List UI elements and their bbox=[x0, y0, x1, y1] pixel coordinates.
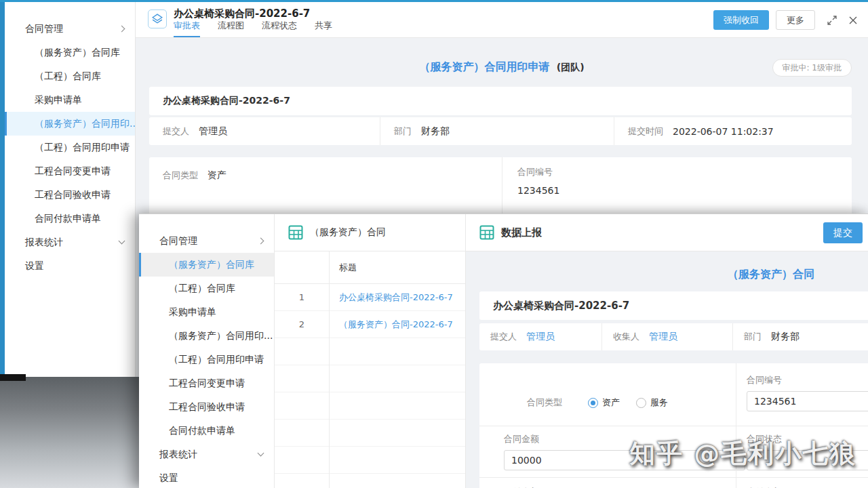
more-button[interactable]: 更多 bbox=[776, 10, 815, 30]
contract-no-input[interactable] bbox=[747, 391, 868, 411]
detail-dept-label: 部门 bbox=[744, 331, 762, 343]
detail-collector-cell: 收集人 管理员 bbox=[601, 323, 732, 350]
close-icon bbox=[849, 16, 857, 24]
row-index: 2 bbox=[275, 319, 329, 329]
submit-time-cell: 提交时间 2022-06-07 11:02:37 bbox=[614, 117, 852, 145]
ov-sidebar-item-report-statistics[interactable]: 报表统计 bbox=[139, 443, 274, 466]
main-sidebar: 合同管理 （服务资产）合同库 （工程）合同库 采购申请单 （服务资产）合同用印.… bbox=[5, 2, 136, 377]
data-report-header: 数据上报 提交 bbox=[466, 214, 868, 251]
data-report-title: 数据上报 bbox=[501, 226, 542, 239]
paid-amount-field: 已付金额 bbox=[479, 478, 736, 488]
row-index: 1 bbox=[275, 292, 329, 302]
detail-collector-link[interactable]: 管理员 bbox=[649, 331, 677, 343]
contract-link[interactable]: （服务资产）合同-2022-6-7 bbox=[329, 319, 453, 331]
unpaid-amount-field: 未付金额 bbox=[736, 478, 868, 488]
tab-approval-form[interactable]: 审批表 bbox=[174, 20, 200, 37]
ov-sidebar-item-engineering-contract-change[interactable]: 工程合同变更申请 bbox=[139, 371, 274, 395]
data-report-panel: 数据上报 提交 （服务资产）合同 办公桌椅采购合同-2022-6-7 提交人 管… bbox=[466, 214, 868, 488]
contract-table: 标题 1 办公桌椅采购合同-2022-6-7 2 （服务资产）合同-2022-6… bbox=[275, 251, 465, 488]
detail-dept-cell: 部门 财务部 bbox=[732, 323, 868, 350]
ov-sidebar-item-service-asset-contract-seal[interactable]: （服务资产）合同用印... bbox=[139, 324, 274, 348]
window-accent-line bbox=[0, 0, 868, 2]
tab-share[interactable]: 共享 bbox=[315, 20, 332, 37]
table-column-divider bbox=[329, 251, 330, 488]
tab-flow-status[interactable]: 流程状态 bbox=[262, 20, 297, 37]
sidebar-item-service-asset-contract-library[interactable]: （服务资产）合同库 bbox=[5, 41, 135, 64]
sidebar-item-label: 报表统计 bbox=[25, 237, 63, 249]
detail-info-row: 提交人 管理员 收集人 管理员 部门 财务部 bbox=[479, 323, 868, 350]
force-recall-button[interactable]: 强制收回 bbox=[713, 10, 769, 30]
fullscreen-button[interactable] bbox=[827, 16, 837, 25]
submit-info-row: 提交人 管理员 部门 财务部 提交时间 2022-06-07 11:02:37 bbox=[149, 117, 852, 145]
close-button[interactable] bbox=[849, 16, 857, 24]
desktop-black-bar bbox=[0, 374, 26, 381]
submit-time-value: 2022-06-07 11:02:37 bbox=[673, 126, 774, 137]
sidebar-item-engineering-contract-seal[interactable]: （工程）合同用印申请 bbox=[5, 136, 135, 159]
ov-sidebar-item-engineering-contract-library[interactable]: （工程）合同库 bbox=[139, 277, 274, 300]
ov-sidebar-item-engineering-contract-seal[interactable]: （工程）合同用印申请 bbox=[139, 348, 274, 371]
ov-sidebar-item-engineering-contract-acceptance[interactable]: 工程合同验收申请 bbox=[139, 395, 274, 419]
ov-sidebar-item-purchase-request[interactable]: 采购申请单 bbox=[139, 300, 274, 324]
contract-no-label: 合同编号 bbox=[517, 166, 852, 178]
table-row-empty bbox=[275, 447, 465, 474]
contract-no-value: 1234561 bbox=[517, 185, 852, 196]
table-row-empty bbox=[275, 338, 465, 365]
window-title: 办公桌椅采购合同-2022-6-7 bbox=[174, 7, 310, 20]
submitter-value: 管理员 bbox=[199, 125, 227, 138]
contract-amount-input[interactable] bbox=[504, 450, 745, 470]
contract-link[interactable]: 办公桌椅采购合同-2022-6-7 bbox=[329, 291, 453, 304]
table-header-row: 标题 bbox=[275, 251, 465, 284]
overlay-sidebar: 合同管理 （服务资产）合同库 （工程）合同库 采购申请单 （服务资产）合同用印.… bbox=[139, 214, 275, 488]
chevron-right-icon bbox=[258, 238, 264, 245]
detail-submitter-cell: 提交人 管理员 bbox=[479, 323, 601, 350]
tab-flow-chart[interactable]: 流程图 bbox=[218, 20, 244, 37]
radio-asset-label: 资产 bbox=[602, 396, 620, 409]
sidebar-item-engineering-contract-change[interactable]: 工程合同变更申请 bbox=[5, 159, 135, 183]
radio-service[interactable]: 服务 bbox=[636, 396, 668, 409]
submitter-label: 提交人 bbox=[163, 125, 189, 138]
desktop-shadow-area bbox=[0, 377, 139, 488]
contract-status-label: 合同状态 bbox=[747, 433, 868, 445]
submit-button[interactable]: 提交 bbox=[823, 222, 863, 243]
chevron-right-icon bbox=[119, 26, 125, 33]
detail-page-title: （服务资产）合同 bbox=[466, 268, 868, 282]
contract-amount-field: 合同金额 bbox=[479, 426, 736, 477]
data-report-body: （服务资产）合同 办公桌椅采购合同-2022-6-7 提交人 管理员 收集人 管… bbox=[466, 251, 868, 488]
list-panel-header: （服务资产）合同 bbox=[275, 214, 465, 251]
sidebar-item-contract-management[interactable]: 合同管理 bbox=[5, 17, 135, 41]
approval-status-badge: 审批中: 1级审批 bbox=[772, 59, 852, 77]
dept-value: 财务部 bbox=[421, 125, 450, 138]
ov-sidebar-item-service-asset-contract-library[interactable]: （服务资产）合同库 bbox=[139, 253, 274, 277]
dept-label: 部门 bbox=[394, 125, 412, 138]
table-row-empty bbox=[275, 365, 465, 392]
detail-form-card: 合同类型 资产 服务 合同编号 bbox=[479, 363, 868, 488]
detail-submitter-link[interactable]: 管理员 bbox=[526, 331, 555, 343]
sidebar-item-service-asset-contract-seal[interactable]: （服务资产）合同用印... bbox=[5, 112, 135, 136]
chevron-down-icon bbox=[258, 450, 264, 457]
contract-no-label: 合同编号 bbox=[747, 374, 868, 386]
ov-sidebar-item-contract-payment-request[interactable]: 合同付款申请单 bbox=[139, 419, 274, 443]
sidebar-item-purchase-request[interactable]: 采购申请单 bbox=[5, 88, 135, 112]
sidebar-item-settings[interactable]: 设置 bbox=[5, 254, 135, 278]
radio-asset[interactable]: 资产 bbox=[588, 396, 620, 409]
approval-page-title-suffix: (团队) bbox=[557, 62, 585, 73]
table-row[interactable]: 1 办公桌椅采购合同-2022-6-7 bbox=[275, 284, 465, 311]
table-row[interactable]: 2 （服务资产）合同-2022-6-7 bbox=[275, 311, 465, 338]
left-edge-strip bbox=[0, 0, 5, 374]
sidebar-item-report-statistics[interactable]: 报表统计 bbox=[5, 230, 135, 254]
ov-sidebar-item-settings[interactable]: 设置 bbox=[139, 466, 274, 488]
contract-list-panel: （服务资产）合同 标题 1 办公桌椅采购合同-2022-6-7 2 （服务资产）… bbox=[275, 214, 466, 488]
sidebar-item-contract-payment-request[interactable]: 合同付款申请单 bbox=[5, 207, 135, 230]
contract-status-field: 合同状态 bbox=[736, 426, 868, 477]
radio-service-label: 服务 bbox=[650, 396, 668, 409]
table-icon bbox=[479, 225, 494, 240]
sidebar-item-engineering-contract-library[interactable]: （工程）合同库 bbox=[5, 64, 135, 88]
ov-sidebar-item-contract-management[interactable]: 合同管理 bbox=[139, 229, 274, 253]
sidebar-item-engineering-contract-acceptance[interactable]: 工程合同验收申请 bbox=[5, 183, 135, 207]
submitter-cell: 提交人 管理员 bbox=[149, 117, 380, 145]
data-report-window: 合同管理 （服务资产）合同库 （工程）合同库 采购申请单 （服务资产）合同用印.… bbox=[139, 214, 868, 488]
contract-status-input[interactable] bbox=[747, 450, 868, 470]
chevron-down-icon bbox=[119, 238, 125, 245]
detail-contract-title-card: 办公桌椅采购合同-2022-6-7 bbox=[479, 291, 868, 320]
approval-window-header: 办公桌椅采购合同-2022-6-7 审批表 流程图 流程状态 共享 强制收回 更… bbox=[136, 2, 868, 38]
